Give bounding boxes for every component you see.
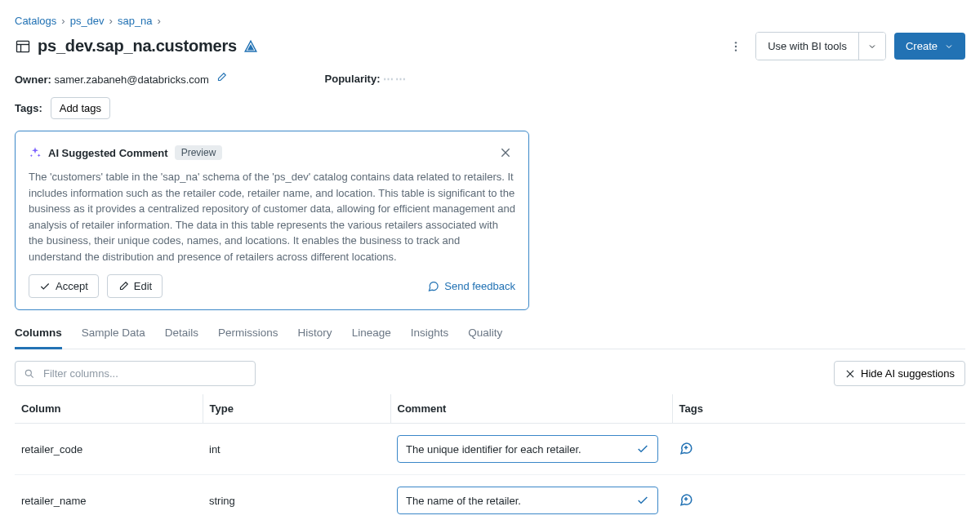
chevron-down-icon	[944, 42, 954, 51]
accept-comment-icon[interactable]	[636, 494, 649, 507]
table-row: retailer_namestringThe name of the retai…	[15, 475, 965, 521]
tab-quality[interactable]: Quality	[468, 327, 502, 349]
ai-comment-text: The unique identifier for each retailer.	[406, 443, 581, 456]
breadcrumb-catalogs[interactable]: Catalogs	[15, 15, 56, 27]
more-menu-icon[interactable]	[724, 35, 747, 58]
hide-ai-suggestions-label: Hide AI suggestions	[861, 367, 955, 380]
delta-icon	[243, 39, 258, 54]
chevron-right-icon: ›	[109, 15, 113, 27]
ai-comment-box[interactable]: The name of the retailer.	[397, 487, 658, 514]
accept-comment-icon[interactable]	[636, 442, 649, 456]
close-icon[interactable]	[496, 143, 515, 162]
tab-details[interactable]: Details	[165, 327, 198, 349]
svg-point-5	[735, 49, 737, 51]
th-column: Column	[15, 394, 203, 424]
tab-permissions[interactable]: Permissions	[218, 327, 278, 349]
col-type-cell: string	[203, 475, 390, 521]
col-tags-cell	[672, 475, 965, 521]
ai-comment-text: The name of the retailer.	[406, 495, 521, 507]
popularity-dots: ⋯⋯	[383, 73, 408, 85]
svg-rect-0	[17, 41, 29, 51]
close-icon	[844, 368, 856, 380]
use-with-bi-tools-group: Use with BI tools	[755, 32, 886, 60]
owner-block: Owner: samer.zabaneh@databricks.com	[15, 72, 227, 86]
table-row: retailer_codeintThe unique identifier fo…	[15, 424, 965, 475]
hide-ai-suggestions-button[interactable]: Hide AI suggestions	[834, 361, 965, 386]
svg-point-8	[25, 370, 31, 376]
tab-insights[interactable]: Insights	[411, 327, 449, 349]
tabs: Columns Sample Data Details Permissions …	[15, 327, 965, 349]
filter-columns-input[interactable]	[42, 367, 247, 380]
send-feedback-link[interactable]: Send feedback	[427, 280, 515, 292]
columns-table: Column Type Comment Tags retailer_codein…	[15, 394, 965, 520]
svg-line-9	[30, 375, 33, 377]
th-type: Type	[203, 394, 390, 424]
accept-button[interactable]: Accept	[29, 274, 99, 298]
col-type-cell: int	[203, 424, 390, 475]
edit-owner-icon[interactable]	[216, 72, 227, 83]
svg-point-3	[735, 42, 737, 43]
breadcrumb: Catalogs › ps_dev › sap_na ›	[15, 15, 965, 27]
tab-sample-data[interactable]: Sample Data	[82, 327, 145, 349]
filter-columns-wrap[interactable]	[15, 361, 256, 386]
table-icon	[15, 38, 31, 55]
pencil-icon	[118, 281, 129, 292]
preview-badge: Preview	[175, 145, 223, 160]
use-with-bi-tools-dropdown[interactable]	[859, 33, 885, 60]
create-button-label: Create	[906, 40, 938, 52]
regenerate-comment-icon[interactable]	[679, 441, 693, 456]
tags-label: Tags:	[15, 102, 42, 114]
popularity-block: Popularity: ⋯⋯	[325, 73, 408, 85]
regenerate-comment-icon[interactable]	[679, 492, 693, 507]
check-icon	[39, 281, 51, 292]
popularity-label: Popularity:	[325, 73, 381, 85]
col-name-cell: retailer_code	[15, 424, 203, 475]
ai-card-title-text: AI Suggested Comment	[48, 147, 168, 159]
col-comment-cell: The unique identifier for each retailer.	[390, 424, 672, 475]
svg-point-4	[735, 45, 737, 47]
ai-comment-body: The 'customers' table in the 'sap_na' sc…	[29, 169, 515, 264]
chat-icon	[427, 280, 439, 292]
breadcrumb-sap-na[interactable]: sap_na	[118, 15, 153, 27]
col-tags-cell	[672, 424, 965, 475]
breadcrumb-ps-dev[interactable]: ps_dev	[70, 15, 105, 27]
add-tags-button[interactable]: Add tags	[51, 97, 110, 119]
owner-value: samer.zabaneh@databricks.com	[54, 73, 209, 86]
edit-button-label: Edit	[134, 280, 152, 292]
col-comment-cell: The name of the retailer.	[390, 475, 672, 521]
create-button[interactable]: Create	[894, 33, 965, 60]
page-title: ps_dev.sap_na.customers	[38, 37, 237, 56]
search-icon	[24, 368, 35, 380]
use-with-bi-tools-button[interactable]: Use with BI tools	[756, 33, 858, 60]
chevron-right-icon: ›	[61, 15, 65, 27]
chevron-right-icon: ›	[158, 15, 161, 27]
th-tags: Tags	[672, 394, 965, 424]
ai-comment-box[interactable]: The unique identifier for each retailer.	[397, 435, 658, 463]
tab-lineage[interactable]: Lineage	[352, 327, 391, 349]
col-name-cell: retailer_name	[15, 475, 203, 521]
owner-label: Owner:	[15, 73, 51, 86]
accept-button-label: Accept	[56, 280, 88, 292]
ai-suggested-comment-card: AI Suggested Comment Preview The 'custom…	[15, 131, 529, 310]
edit-button[interactable]: Edit	[107, 274, 163, 298]
send-feedback-label: Send feedback	[444, 280, 515, 292]
th-comment: Comment	[390, 394, 672, 424]
tab-columns[interactable]: Columns	[15, 327, 62, 349]
sparkle-icon	[29, 146, 42, 159]
tab-history[interactable]: History	[298, 327, 332, 349]
